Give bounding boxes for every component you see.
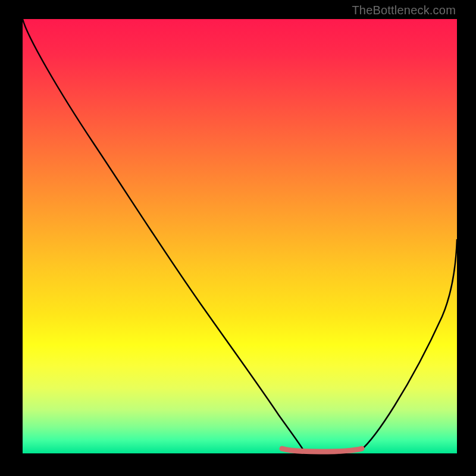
valley-highlight	[282, 449, 362, 452]
chart-svg-layer	[23, 19, 457, 453]
right-curve	[361, 239, 457, 450]
chart-container: TheBottleneck.com	[0, 0, 476, 476]
left-curve	[23, 19, 303, 450]
attribution-text: TheBottleneck.com	[352, 4, 456, 17]
